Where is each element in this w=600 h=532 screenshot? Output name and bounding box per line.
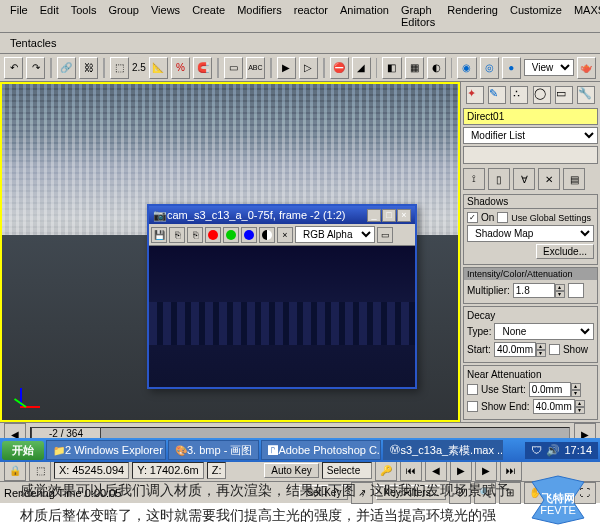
modifier-list-dropdown[interactable]: Modifier List [463, 127, 598, 144]
quick-render-icon[interactable]: ◎ [480, 57, 499, 79]
menu-tools[interactable]: Tools [65, 2, 103, 30]
create-tab-icon[interactable]: ✦ [466, 86, 484, 104]
curve-editor-icon[interactable]: ◧ [382, 57, 401, 79]
multiplier-label: Multiplier: [467, 285, 510, 296]
task-paint[interactable]: 🎨 3. bmp - 画图 [168, 440, 259, 460]
prohibit-icon[interactable]: ⛔ [330, 57, 349, 79]
alpha-channel-icon[interactable]: × [277, 227, 293, 243]
render-window-titlebar[interactable]: 📷 cam_s3_c13_a_0-75f, frame -2 (1:2) _ □… [149, 206, 415, 224]
tray-icon-2[interactable]: 🔊 [546, 444, 560, 457]
near-end-value[interactable] [533, 399, 575, 414]
pin-stack-icon[interactable]: ⟟ [463, 168, 485, 190]
align-button[interactable]: ▷ [299, 57, 318, 79]
show-result-icon[interactable]: ▯ [488, 168, 510, 190]
menu-maxscript[interactable]: MAXScript [568, 2, 600, 30]
shadow-type-dropdown[interactable]: Shadow Map [467, 225, 594, 242]
shadows-on-label: On [481, 212, 494, 223]
percent-snap-icon[interactable]: % [171, 57, 190, 79]
decay-show-checkbox[interactable] [549, 344, 560, 355]
near-end-spinner[interactable]: ▴▾ [533, 399, 585, 414]
magnet-icon[interactable]: 🧲 [193, 57, 212, 79]
menu-modifiers[interactable]: Modifiers [231, 2, 288, 30]
near-use-checkbox[interactable] [467, 384, 478, 395]
angle-snap-icon[interactable]: 📐 [149, 57, 168, 79]
shadows-on-checkbox[interactable]: ✓ [467, 212, 478, 223]
svg-text:FEVTE: FEVTE [540, 504, 575, 516]
menu-graph-editors[interactable]: Graph Editors [395, 2, 441, 30]
unlink-button[interactable]: ⛓ [79, 57, 98, 79]
render-window[interactable]: 📷 cam_s3_c13_a_0-75f, frame -2 (1:2) _ □… [147, 204, 417, 389]
render-last-icon[interactable]: ● [502, 57, 521, 79]
clear-icon[interactable]: ▭ [377, 227, 393, 243]
redo-button[interactable]: ↷ [26, 57, 45, 79]
task-3dsmax[interactable]: Ⓜ s3_c13a_素模.max ... [383, 440, 503, 460]
remove-modifier-icon[interactable]: ✕ [538, 168, 560, 190]
display-tab-icon[interactable]: ▭ [555, 86, 573, 104]
task-explorer[interactable]: 📁 2 Windows Explorer [46, 440, 166, 460]
menu-reactor[interactable]: reactor [288, 2, 334, 30]
menu-file[interactable]: File [4, 2, 34, 30]
task-photoshop[interactable]: 🅿 Adobe Photoshop C... [261, 440, 381, 460]
multiplier-value[interactable] [513, 283, 555, 298]
menu-views[interactable]: Views [145, 2, 186, 30]
menu-animation[interactable]: Animation [334, 2, 395, 30]
view-dropdown[interactable]: View [524, 59, 574, 76]
tray-icon[interactable]: 🛡 [531, 444, 542, 456]
make-unique-icon[interactable]: ∀ [513, 168, 535, 190]
motion-tab-icon[interactable]: ◯ [533, 86, 551, 104]
color-swatch[interactable] [568, 283, 584, 298]
mirror-button[interactable]: ▶ [277, 57, 296, 79]
red-channel-icon[interactable] [205, 227, 221, 243]
autokey-button[interactable]: Auto Key [264, 463, 319, 478]
teapot-icon[interactable]: 🫖 [577, 57, 596, 79]
eraser-icon[interactable]: ◢ [352, 57, 371, 79]
maximize-button[interactable]: □ [382, 209, 396, 222]
near-show-checkbox[interactable] [467, 401, 478, 412]
close-button[interactable]: × [397, 209, 411, 222]
menu-edit[interactable]: Edit [34, 2, 65, 30]
viewport[interactable]: 📷 cam_s3_c13_a_0-75f, frame -2 (1:2) _ □… [0, 82, 460, 422]
modify-tab-icon[interactable]: ✎ [488, 86, 506, 104]
select-button[interactable]: ⬚ [110, 57, 129, 79]
decay-start-value[interactable] [494, 342, 536, 357]
near-start-spinner[interactable]: ▴▾ [529, 382, 581, 397]
schematic-icon[interactable]: ▦ [405, 57, 424, 79]
global-settings-checkbox[interactable] [497, 212, 508, 223]
menu-create[interactable]: Create [186, 2, 231, 30]
decay-start-spinner[interactable]: ▴▾ [494, 342, 546, 357]
spin-up-icon[interactable]: ▴ [555, 284, 565, 291]
menu-group[interactable]: Group [102, 2, 145, 30]
menu-tentacles[interactable]: Tentacles [4, 35, 62, 51]
blue-channel-icon[interactable] [241, 227, 257, 243]
render-scene-icon[interactable]: ◉ [457, 57, 476, 79]
exclude-button[interactable]: Exclude... [536, 244, 594, 259]
start-button[interactable]: 开始 [2, 441, 44, 460]
near-start-value[interactable] [529, 382, 571, 397]
intensity-panel: Intensity/Color/Attenuation Multiplier: … [463, 267, 598, 304]
menu-rendering[interactable]: Rendering [441, 2, 504, 30]
decay-type-dropdown[interactable]: None [494, 323, 594, 340]
material-icon[interactable]: ◐ [427, 57, 446, 79]
modifier-stack[interactable] [463, 146, 598, 164]
channel-dropdown[interactable]: RGB Alpha [295, 226, 375, 243]
green-channel-icon[interactable] [223, 227, 239, 243]
undo-button[interactable]: ↶ [4, 57, 23, 79]
save-image-icon[interactable]: 💾 [151, 227, 167, 243]
minimize-button[interactable]: _ [367, 209, 381, 222]
abc-icon[interactable]: ABC [246, 57, 265, 79]
mono-channel-icon[interactable] [259, 227, 275, 243]
hierarchy-tab-icon[interactable]: ⛬ [510, 86, 528, 104]
system-tray[interactable]: 🛡 🔊 17:14 [525, 442, 598, 459]
object-name-field[interactable] [463, 108, 598, 125]
link-button[interactable]: 🔗 [57, 57, 76, 79]
intensity-header[interactable]: Intensity/Color/Attenuation [464, 268, 597, 280]
multiplier-spinner[interactable]: ▴▾ [513, 283, 565, 298]
configure-icon[interactable]: ▤ [563, 168, 585, 190]
utilities-tab-icon[interactable]: 🔧 [577, 86, 595, 104]
clone2-icon[interactable]: ⎘ [187, 227, 203, 243]
clone-icon[interactable]: ⎘ [169, 227, 185, 243]
menu-customize[interactable]: Customize [504, 2, 568, 30]
spin-down-icon[interactable]: ▾ [555, 291, 565, 298]
selected-field[interactable]: Selecte [322, 462, 372, 479]
named-sel-icon[interactable]: ▭ [224, 57, 243, 79]
